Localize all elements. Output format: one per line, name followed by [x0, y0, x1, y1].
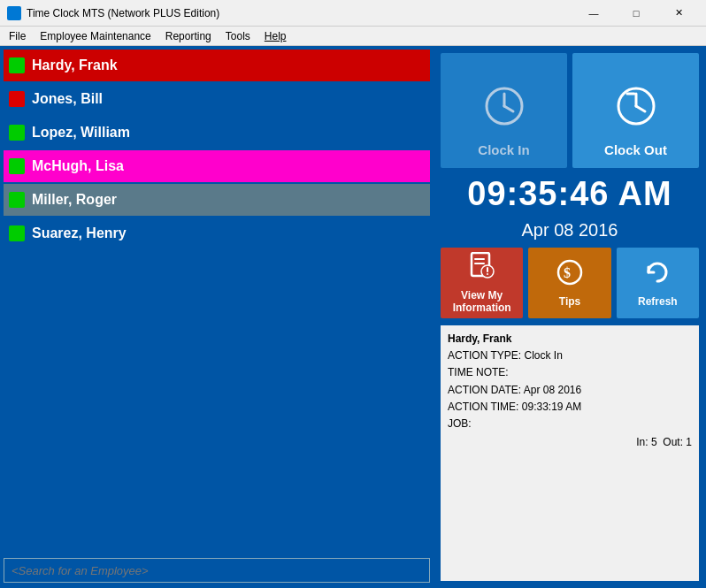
close-button[interactable]: ✕: [658, 0, 699, 27]
status-dot-suarez: [9, 225, 25, 241]
menu-employee-maintenance[interactable]: Employee Maintenance: [35, 28, 156, 44]
in-out-summary: In: 5 Out: 1: [448, 432, 692, 448]
employee-name-mchugh: McHugh, Lisa: [32, 158, 124, 174]
main-area: Hardy, Frank Jones, Bill Lopez, William …: [0, 46, 706, 588]
clock-in-label: Clock In: [478, 142, 529, 157]
title-bar: Time Clock MTS (Network PLUS Edition) — …: [0, 0, 706, 27]
employee-item-miller[interactable]: Miller, Roger: [4, 184, 430, 216]
clock-in-button[interactable]: Clock In: [441, 53, 567, 168]
tips-label: Tips: [559, 295, 580, 308]
employee-name-suarez: Suarez, Henry: [32, 225, 127, 241]
bottom-buttons-row: View MyInformation $ Tips: [441, 248, 699, 318]
employee-item-mchugh[interactable]: McHugh, Lisa: [4, 150, 430, 182]
info-action-type: ACTION TYPE: Clock In: [448, 347, 692, 364]
employee-name-miller: Miller, Roger: [32, 192, 117, 208]
left-panel: Hardy, Frank Jones, Bill Lopez, William …: [0, 46, 434, 588]
menu-help[interactable]: Help: [259, 28, 292, 44]
status-dot-mchugh: [9, 158, 25, 174]
employee-name-hardy: Hardy, Frank: [32, 57, 118, 73]
employee-item-suarez[interactable]: Suarez, Henry: [4, 218, 430, 249]
refresh-label: Refresh: [638, 295, 678, 308]
clock-out-label: Clock Out: [604, 142, 667, 157]
menu-bar: File Employee Maintenance Reporting Tool…: [0, 27, 706, 46]
employee-item-jones[interactable]: Jones, Bill: [4, 83, 430, 115]
refresh-icon: [643, 258, 671, 292]
svg-point-10: [487, 273, 488, 275]
employee-list: Hardy, Frank Jones, Bill Lopez, William …: [4, 50, 430, 553]
employee-item-hardy[interactable]: Hardy, Frank: [4, 50, 430, 81]
window-controls: — □ ✕: [573, 0, 699, 27]
time-display: 09:35:46 AM: [467, 175, 671, 213]
employee-name-jones: Jones, Bill: [32, 91, 103, 107]
view-info-button[interactable]: View MyInformation: [441, 248, 523, 318]
svg-line-5: [636, 106, 645, 111]
window-title: Time Clock MTS (Network PLUS Edition): [27, 7, 219, 19]
minimize-button[interactable]: —: [573, 0, 614, 27]
view-info-icon: [470, 252, 495, 286]
view-info-label: View MyInformation: [453, 289, 511, 315]
info-action-date: ACTION DATE: Apr 08 2016: [448, 382, 692, 399]
status-dot-miller: [9, 192, 25, 208]
menu-reporting[interactable]: Reporting: [160, 28, 217, 44]
svg-text:$: $: [564, 265, 571, 280]
tips-button[interactable]: $ Tips: [528, 248, 610, 318]
maximize-button[interactable]: □: [616, 0, 656, 27]
svg-line-2: [504, 106, 513, 111]
clock-in-icon: [483, 85, 526, 135]
search-container: [4, 554, 430, 584]
date-display: Apr 08 2016: [522, 220, 618, 241]
app-icon: [7, 6, 21, 20]
action-buttons-row: Clock In Clock Out: [441, 53, 699, 168]
employee-name-lopez: Lopez, William: [32, 125, 130, 141]
status-dot-jones: [9, 91, 25, 107]
clock-out-icon: [615, 85, 657, 135]
info-action-time: ACTION TIME: 09:33:19 AM: [448, 399, 692, 416]
menu-tools[interactable]: Tools: [220, 28, 256, 44]
info-time-note: TIME NOTE:: [448, 364, 692, 381]
employee-item-lopez[interactable]: Lopez, William: [4, 117, 430, 149]
info-panel: Hardy, Frank ACTION TYPE: Clock In TIME …: [441, 325, 699, 581]
status-dot-lopez: [9, 125, 25, 141]
status-dot-hardy: [9, 57, 25, 73]
refresh-button[interactable]: Refresh: [617, 248, 699, 318]
clock-out-button[interactable]: Clock Out: [572, 53, 699, 168]
info-employee-name: Hardy, Frank: [448, 331, 692, 347]
search-input[interactable]: [4, 558, 430, 583]
info-job: JOB:: [448, 416, 692, 432]
menu-file[interactable]: File: [4, 28, 31, 44]
right-panel: Clock In Clock Out 09:35:46 AM Apr 08 20…: [434, 46, 706, 588]
tips-icon: $: [556, 258, 584, 292]
